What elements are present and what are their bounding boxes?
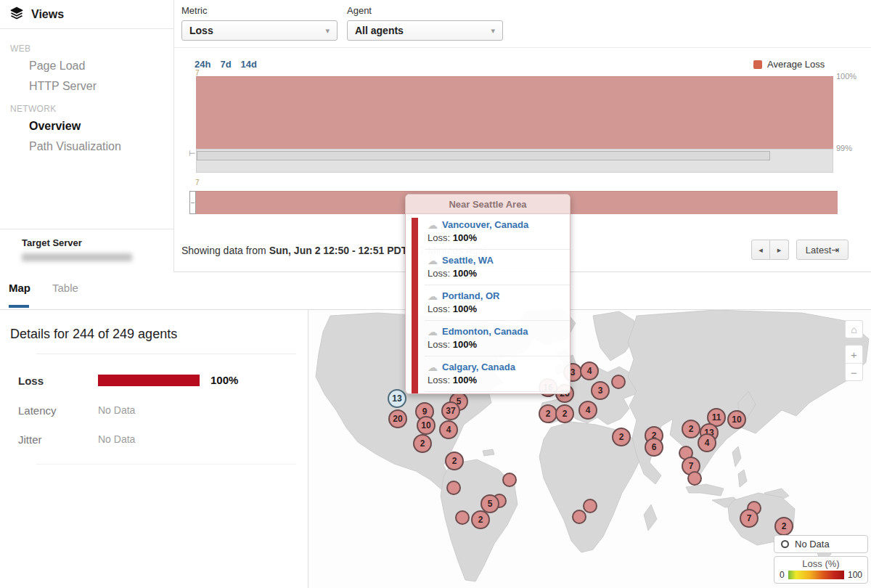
sidebar-item-page-load[interactable]: Page Load: [0, 56, 173, 76]
chart-legend: Average Loss: [753, 59, 825, 70]
cloud-agent-icon: ☁: [428, 362, 438, 372]
range-tab-7d[interactable]: 7d: [220, 59, 231, 70]
sidebar-header: Views: [0, 0, 173, 29]
agent-cluster-marker[interactable]: 6: [645, 438, 663, 457]
agent-cluster-marker[interactable]: 3: [591, 381, 610, 400]
sidebar-item-overview[interactable]: Overview: [0, 116, 173, 136]
tooltip-agent-entry: ☁Calgary, CanadaLoss: 100%: [425, 356, 570, 392]
range-tab-24h[interactable]: 24h: [195, 59, 210, 70]
time-range-tabs: 24h7d14d: [195, 59, 257, 70]
chevron-down-icon: ▾: [491, 26, 495, 36]
round-nav: ◂ ▸: [751, 240, 789, 260]
next-round-button[interactable]: ▸: [770, 240, 789, 260]
agent-loss: Loss: 100%: [428, 232, 563, 243]
agent-cluster-marker[interactable]: 10: [417, 416, 436, 435]
loss-gradient-bar: [788, 571, 844, 579]
agent-cluster-marker[interactable]: [446, 481, 461, 495]
agent-world-map[interactable]: 132095371042252162634322422621110134772 …: [308, 310, 871, 588]
timeline-scrollbar[interactable]: [196, 149, 833, 173]
agent-loss: Loss: 100%: [428, 303, 563, 314]
sidebar-title: Views: [31, 8, 64, 21]
agent-cluster-marker[interactable]: 10: [727, 410, 746, 429]
layers-icon: [9, 6, 24, 23]
loss-legend-min: 0: [780, 570, 785, 580]
map-zoom-in-button[interactable]: +: [846, 346, 862, 364]
agent-cluster-marker[interactable]: 37: [441, 401, 460, 420]
tooltip-title: Near Seattle Area: [406, 195, 570, 214]
agent-selected-value: All agents: [355, 25, 404, 36]
tooltip-agent-entry: ☁Seattle, WALoss: 100%: [425, 250, 570, 285]
sidebar-section-label: NETWORK: [10, 104, 173, 114]
loss-legend-title: Loss (%): [774, 558, 867, 569]
cloud-agent-icon: ☁: [428, 291, 438, 301]
y-axis-tick-mini: 7: [195, 179, 200, 187]
agent-filter: Agent All agents ▾: [347, 5, 503, 41]
target-server-value-redacted: [22, 253, 132, 261]
agent-cluster-no-data[interactable]: 13: [388, 389, 406, 408]
tooltip-loss-bar: [412, 218, 418, 394]
agent-link[interactable]: Vancouver, Canada: [442, 219, 528, 230]
agent-cluster-marker[interactable]: [455, 510, 470, 525]
map-home-button[interactable]: ⌂: [845, 320, 863, 338]
agent-cluster-marker[interactable]: 2: [774, 517, 793, 536]
agent-link[interactable]: Seattle, WA: [442, 255, 494, 266]
divider: [36, 464, 296, 465]
tab-table[interactable]: Table: [52, 282, 78, 294]
agent-cluster-marker[interactable]: [583, 499, 597, 513]
agent-cluster-marker[interactable]: 2: [682, 420, 700, 438]
y-axis-label-99: 99%: [836, 144, 852, 152]
agent-cluster-marker[interactable]: [687, 471, 702, 486]
latest-button[interactable]: Latest⇥: [796, 240, 848, 260]
agent-cluster-marker[interactable]: 2: [471, 510, 490, 529]
cloud-agent-icon: ☁: [428, 256, 438, 266]
filter-bar: Metric Loss ▾ Agent All agents ▾: [174, 0, 871, 48]
agent-label: Agent: [347, 5, 503, 16]
sidebar-item-http-server[interactable]: HTTP Server: [0, 76, 173, 97]
metric-selected-value: Loss: [189, 25, 213, 36]
latency-value: No Data: [98, 404, 135, 416]
range-tab-14d[interactable]: 14d: [241, 59, 257, 70]
target-server-section: Target Server: [0, 229, 173, 272]
agent-loss: Loss: 100%: [428, 375, 563, 385]
agent-cluster-marker[interactable]: [502, 473, 517, 487]
agent-cluster-marker[interactable]: 2: [555, 404, 574, 423]
details-heading: Details for 244 of 249 agents: [10, 327, 177, 342]
jitter-value: No Data: [98, 433, 135, 445]
agent-cluster-marker[interactable]: [611, 375, 626, 389]
loss-timeline-chart[interactable]: [196, 76, 833, 149]
skip-to-latest-icon: ⇥: [831, 245, 839, 256]
map-zoom-out-button[interactable]: −: [846, 364, 862, 382]
tooltip-agent-entry: ☁Vancouver, CanadaLoss: 100%: [425, 214, 570, 250]
active-tab-underline: [9, 305, 29, 308]
agent-cluster-marker[interactable]: 4: [580, 362, 599, 380]
agent-cluster-marker[interactable]: 4: [578, 401, 597, 420]
seattle-area-tooltip: Near Seattle Area ☁Vancouver, CanadaLoss…: [405, 194, 571, 394]
map-legend-loss: Loss (%) 0 100: [774, 556, 868, 584]
cloud-agent-icon: ☁: [428, 220, 438, 230]
timeline-brush-handle[interactable]: [189, 191, 196, 214]
agent-link[interactable]: Portland, OR: [442, 290, 499, 301]
agent-link[interactable]: Calgary, Canada: [442, 362, 515, 372]
agent-cluster-marker[interactable]: 7: [740, 509, 758, 528]
metric-select[interactable]: Loss ▾: [181, 20, 338, 41]
agent-cluster-marker[interactable]: 4: [439, 420, 458, 439]
loss-bar: [98, 375, 200, 386]
app-root: Views WEBPage LoadHTTP ServerNETWORKOver…: [0, 0, 871, 588]
latency-row-label: Latency: [18, 404, 57, 417]
agent-select[interactable]: All agents ▾: [347, 20, 503, 41]
agent-cluster-marker[interactable]: [572, 510, 586, 524]
timeline-scrollbar-thumb[interactable]: [197, 151, 770, 160]
agent-link[interactable]: Edmonton, Canada: [442, 326, 528, 337]
tooltip-agent-entry: ☁Edmonton, CanadaLoss: 100%: [425, 321, 570, 356]
target-server-label: Target Server: [22, 237, 173, 248]
agent-cluster-marker[interactable]: 2: [445, 452, 464, 470]
tab-map[interactable]: Map: [9, 282, 30, 294]
agent-cluster-marker[interactable]: 2: [612, 428, 631, 446]
sidebar-item-path-visualization[interactable]: Path Visualization: [0, 136, 173, 157]
previous-round-button[interactable]: ◂: [751, 240, 770, 260]
agent-cluster-marker[interactable]: 4: [698, 433, 716, 452]
tooltip-agent-entry: ☁Portland, ORLoss: 100%: [425, 285, 570, 321]
agent-cluster-marker[interactable]: 20: [388, 409, 407, 428]
agent-cluster-marker[interactable]: 2: [413, 434, 432, 453]
metric-filter: Metric Loss ▾: [181, 5, 338, 41]
